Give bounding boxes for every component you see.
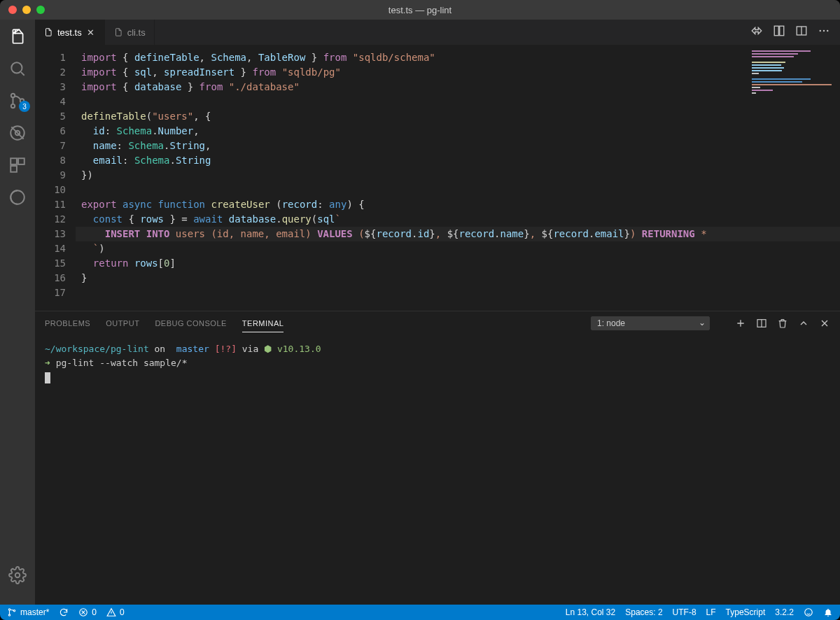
tab-test-ts[interactable]: test.ts ✕ [35,20,105,45]
line-number: 9 [35,168,66,183]
status-feedback-icon[interactable] [804,607,813,617]
debug-icon[interactable] [8,123,27,143]
line-number: 8 [35,153,66,168]
window-controls [8,6,45,14]
line-number: 6 [35,124,66,139]
status-branch[interactable]: master* [7,607,49,617]
terminal-cursor [45,372,50,383]
terminal-command: pg-lint --watch sample/* [50,358,188,368]
extensions-icon[interactable] [8,155,27,175]
svg-point-22 [805,609,813,617]
window: test.ts — pg-lint 3 [0,0,840,620]
code-line[interactable]: import { database } from "./database" [76,80,840,94]
explorer-icon[interactable] [8,27,27,46]
code-area[interactable]: import { defineTable, Schema, TableRow }… [76,45,840,311]
status-language[interactable]: TypeScript [726,607,766,617]
code-line[interactable]: defineTable("users", { [76,109,840,124]
line-number: 4 [35,94,66,109]
compare-changes-icon[interactable] [750,24,763,40]
panel-tab-terminal[interactable]: TERMINAL [242,315,284,332]
svg-rect-12 [780,26,784,36]
svg-point-16 [827,30,828,31]
status-sync[interactable] [59,607,69,617]
codelens-icon[interactable] [8,188,27,207]
file-icon [43,27,53,37]
search-icon[interactable] [8,59,27,78]
node-icon: ⬢ [264,344,272,354]
code-line[interactable]: return rows[0] [76,256,840,271]
editor-tabs: test.ts ✕ cli.ts [35,20,840,45]
new-terminal-icon[interactable] [735,318,746,329]
status-eol[interactable]: LF [706,607,716,617]
svg-point-1 [11,94,15,97]
code-line[interactable]: INSERT INTO users (id, name, email) VALU… [76,227,840,241]
status-bar: master* 0 0 Ln 13, Col 32 Spaces: 2 UTF-… [0,605,840,620]
code-line[interactable]: name: Schema.String, [76,139,840,153]
scm-badge: 3 [19,101,30,112]
split-editor-icon[interactable] [795,24,808,40]
kill-terminal-icon[interactable] [777,318,788,329]
code-line[interactable]: } [76,271,840,286]
close-window-button[interactable] [8,6,17,14]
panel-tab-output[interactable]: OUTPUT [106,315,139,332]
minimap[interactable] [752,49,836,91]
status-version[interactable]: 3.2.2 [775,607,794,617]
code-line[interactable]: import { sql, spreadInsert } from "sqldb… [76,65,840,80]
minimize-window-button[interactable] [22,6,31,14]
prompt-icon: ➜ [45,358,50,368]
file-icon [113,27,123,37]
code-line[interactable] [76,286,840,300]
status-errors[interactable]: 0 [78,607,97,617]
svg-point-2 [11,104,15,108]
line-number: 2 [35,65,66,80]
gutter: 1234567891011121314151617 [35,45,76,311]
maximize-panel-icon[interactable] [798,318,809,329]
status-encoding[interactable]: UTF-8 [673,607,696,617]
line-number: 7 [35,139,66,153]
line-number: 17 [35,286,66,300]
more-actions-icon[interactable] [818,24,830,40]
code-line[interactable] [76,183,840,197]
node-version: v10.13.0 [272,344,321,354]
main-column: test.ts ✕ cli.ts 12345678910111213141516… [35,20,840,605]
line-number: 11 [35,197,66,212]
terminal-path: ~/workspace/pg-lint [45,344,149,354]
code-line[interactable]: `) [76,241,840,256]
code-line[interactable]: export async function createUser (record… [76,197,840,212]
code-line[interactable] [76,94,840,109]
svg-point-20 [13,610,15,612]
code-line[interactable]: const { rows } = await database.query(sq… [76,212,840,227]
panel-tab-debug[interactable]: DEBUG CONSOLE [155,315,226,332]
open-changes-icon[interactable] [773,24,785,40]
code-line[interactable]: }) [76,168,840,183]
terminal-flags: [!?] [215,344,237,354]
tab-label: cli.ts [127,27,146,38]
svg-rect-6 [10,158,17,164]
settings-gear-icon[interactable] [8,565,27,585]
line-number: 5 [35,109,66,124]
editor-actions [750,20,840,45]
status-spaces[interactable]: Spaces: 2 [625,607,662,617]
activity-bar: 3 [0,20,35,605]
close-panel-icon[interactable] [819,318,830,329]
line-number: 14 [35,241,66,256]
close-tab-icon[interactable]: ✕ [86,27,96,37]
status-position[interactable]: Ln 13, Col 32 [566,607,615,617]
status-warnings[interactable]: 0 [106,607,125,617]
source-control-icon[interactable]: 3 [8,91,27,111]
split-terminal-icon[interactable] [756,318,767,329]
svg-point-0 [11,62,22,73]
panel-tab-problems[interactable]: PROBLEMS [45,315,90,332]
titlebar: test.ts — pg-lint [0,0,840,20]
editor[interactable]: 1234567891011121314151617 import { defin… [35,45,840,311]
svg-point-18 [8,609,10,610]
code-line[interactable]: import { defineTable, Schema, TableRow }… [76,50,840,65]
line-number: 3 [35,80,66,94]
code-line[interactable]: email: Schema.String [76,153,840,168]
status-bell-icon[interactable] [823,607,833,617]
code-line[interactable]: id: Schema.Number, [76,124,840,139]
tab-cli-ts[interactable]: cli.ts [105,20,155,45]
maximize-window-button[interactable] [36,6,45,14]
terminal[interactable]: ~/workspace/pg-lint on master [!?] via ⬢… [35,335,840,605]
terminal-select[interactable]: 1: node [591,316,710,330]
